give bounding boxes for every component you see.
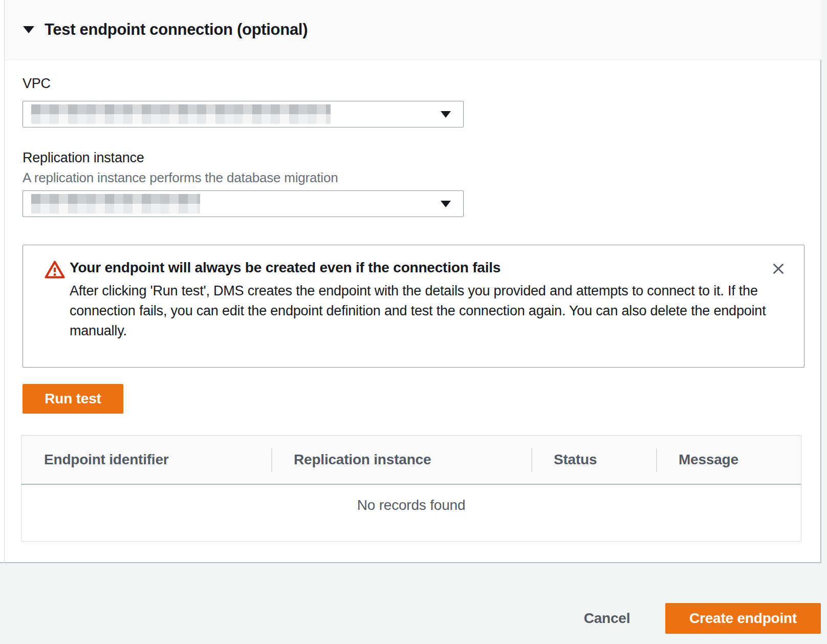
alert-title: Your endpoint will always be created eve… (70, 260, 788, 276)
section-title: Test endpoint connection (optional) (45, 20, 308, 39)
page: Test endpoint connection (optional) VPC … (0, 0, 827, 644)
column-header-message[interactable]: Message (656, 436, 801, 484)
dropdown-caret-icon (441, 201, 451, 207)
replication-instance-redacted-value (31, 194, 200, 213)
run-test-button[interactable]: Run test (23, 384, 123, 414)
vpc-select[interactable] (23, 101, 464, 127)
column-header-replication-instance[interactable]: Replication instance (271, 436, 531, 484)
panel-left-border (4, 0, 5, 563)
collapse-caret-icon[interactable] (23, 26, 34, 33)
section-header-test-endpoint-connection[interactable]: Test endpoint connection (optional) (5, 0, 821, 60)
cancel-button[interactable]: Cancel (567, 604, 647, 633)
warning-alert: Your endpoint will always be created eve… (23, 245, 804, 368)
column-header-endpoint-identifier[interactable]: Endpoint identifier (21, 436, 271, 484)
replication-instance-description: A replication instance performs the data… (23, 170, 338, 186)
alert-content: Your endpoint will always be created eve… (70, 260, 788, 341)
vpc-label: VPC (23, 76, 51, 92)
replication-instance-label: Replication instance (23, 150, 144, 166)
table-header-row: Endpoint identifier Replication instance… (21, 436, 801, 485)
column-header-status[interactable]: Status (531, 436, 656, 484)
alert-body: After clicking 'Run test', DMS creates t… (70, 281, 788, 341)
vpc-redacted-value (31, 104, 331, 124)
replication-instance-select[interactable] (23, 190, 464, 217)
table-empty-message: No records found (21, 485, 801, 541)
alert-close-icon[interactable] (768, 259, 789, 279)
dropdown-caret-icon (441, 111, 451, 118)
warning-triangle-icon (44, 259, 66, 283)
create-endpoint-button[interactable]: Create endpoint (665, 603, 821, 634)
test-results-table: Endpoint identifier Replication instance… (21, 435, 801, 542)
